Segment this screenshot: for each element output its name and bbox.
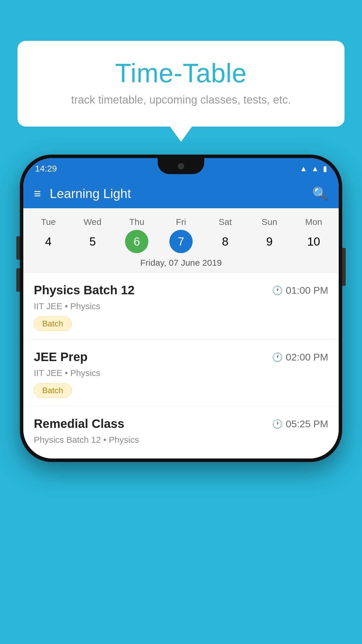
schedule-item-3[interactable]: Remedial Class 🕐 05:25 PM Physics Batch … — [23, 406, 339, 459]
date-10[interactable]: 10 — [291, 230, 336, 253]
search-icon[interactable]: 🔍 — [312, 186, 328, 201]
schedule-item-1[interactable]: Physics Batch 12 🕐 01:00 PM IIT JEE • Ph… — [23, 273, 339, 340]
batch-badge-2: Batch — [34, 383, 72, 398]
hamburger-icon[interactable]: ≡ — [34, 187, 41, 201]
date-8[interactable]: 8 — [203, 230, 247, 253]
date-5[interactable]: 5 — [71, 230, 115, 253]
schedule-meta-3: Physics Batch 12 • Physics — [34, 435, 328, 445]
app-header: ≡ Learning Light 🔍 — [23, 179, 339, 208]
clock-icon-3: 🕐 — [272, 419, 283, 429]
day-mon: Mon — [291, 214, 336, 230]
batch-badge-1: Batch — [34, 316, 72, 331]
clock-icon-2: 🕐 — [272, 352, 283, 362]
date-9[interactable]: 9 — [247, 230, 292, 253]
status-bar: 14:29 ▲ ▲ ▮ — [23, 158, 339, 179]
schedule-title-1: Physics Batch 12 — [34, 283, 135, 297]
notch — [158, 158, 204, 174]
intro-card: Time-Table track timetable, upcoming cla… — [17, 41, 345, 127]
day-fri: Fri — [159, 214, 203, 230]
schedule-item-3-header: Remedial Class 🕐 05:25 PM — [34, 417, 328, 431]
day-sat: Sat — [203, 214, 247, 230]
schedule-meta-1: IIT JEE • Physics — [34, 301, 328, 311]
schedule-item-1-header: Physics Batch 12 🕐 01:00 PM — [34, 283, 328, 297]
phone-mockup: 14:29 ▲ ▲ ▮ ≡ Learning Light 🔍 Tue — [20, 155, 342, 462]
schedule-title-2: JEE Prep — [34, 350, 87, 364]
battery-icon: ▮ — [323, 164, 327, 173]
day-headers: Tue Wed Thu Fri Sat Sun Mon — [23, 214, 339, 230]
day-thu: Thu — [115, 214, 159, 230]
schedule-meta-2: IIT JEE • Physics — [34, 368, 328, 378]
schedule-list: Physics Batch 12 🕐 01:00 PM IIT JEE • Ph… — [23, 273, 339, 459]
schedule-time-3: 🕐 05:25 PM — [272, 418, 328, 430]
date-6-today[interactable]: 6 — [115, 230, 159, 253]
clock-icon-1: 🕐 — [272, 285, 283, 295]
volume-down-button — [16, 268, 20, 292]
status-time: 14:29 — [35, 164, 57, 174]
schedule-time-1: 🕐 01:00 PM — [272, 285, 328, 296]
camera — [178, 163, 184, 169]
day-wed: Wed — [71, 214, 115, 230]
bubble-subtitle: track timetable, upcoming classes, tests… — [41, 94, 321, 106]
date-7-selected[interactable]: 7 — [159, 230, 203, 253]
bubble-title: Time-Table — [41, 58, 321, 88]
schedule-item-2-header: JEE Prep 🕐 02:00 PM — [34, 350, 328, 364]
time-value-3: 05:25 PM — [286, 418, 328, 430]
time-value-1: 01:00 PM — [286, 285, 328, 296]
app-title: Learning Light — [50, 186, 312, 201]
status-icons: ▲ ▲ ▮ — [300, 164, 327, 173]
signal-icon: ▲ — [311, 164, 319, 173]
day-sun: Sun — [247, 214, 292, 230]
schedule-title-3: Remedial Class — [34, 417, 124, 431]
schedule-time-2: 🕐 02:00 PM — [272, 351, 328, 363]
volume-up-button — [16, 236, 20, 260]
phone-screen: 14:29 ▲ ▲ ▮ ≡ Learning Light 🔍 Tue — [23, 158, 339, 459]
time-value-2: 02:00 PM — [286, 351, 328, 363]
day-numbers: 4 5 6 7 8 9 — [23, 230, 339, 253]
speech-bubble: Time-Table track timetable, upcoming cla… — [17, 41, 345, 127]
wifi-icon: ▲ — [300, 164, 307, 173]
date-4[interactable]: 4 — [26, 230, 71, 253]
day-tue: Tue — [26, 214, 71, 230]
power-button — [342, 248, 346, 286]
calendar-strip: Tue Wed Thu Fri Sat Sun Mon 4 5 — [23, 208, 339, 273]
selected-date-label: Friday, 07 June 2019 — [23, 253, 339, 273]
phone-frame: 14:29 ▲ ▲ ▮ ≡ Learning Light 🔍 Tue — [20, 155, 342, 462]
schedule-item-2[interactable]: JEE Prep 🕐 02:00 PM IIT JEE • Physics Ba… — [23, 340, 339, 406]
